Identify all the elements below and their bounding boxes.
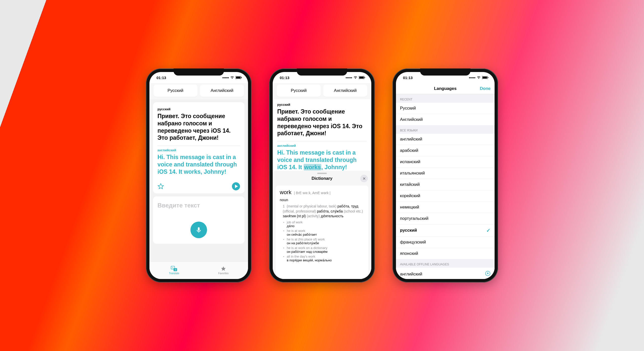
notch: [420, 68, 470, 76]
source-language-button[interactable]: Русский: [153, 85, 197, 97]
language-selector-bar: Русский Английский: [149, 83, 248, 99]
language-row[interactable]: Русский: [396, 103, 495, 114]
phone-mockup-3: 01:13 ••••• Languages Done RECENT Русски…: [392, 68, 498, 283]
microphone-button[interactable]: [190, 222, 207, 238]
status-time: 01:13: [403, 76, 413, 80]
offline-languages-list: английскийарабский: [396, 268, 495, 279]
download-icon[interactable]: [485, 271, 491, 277]
screen: 01:13 ••••• Русский Английский русский П…: [149, 72, 248, 279]
highlighted-word[interactable]: works: [304, 164, 321, 170]
wifi-icon: [230, 76, 234, 79]
example-item: he is at (his place of) workон на рабо́т…: [283, 237, 364, 245]
phone-mockup-1: 01:13 ••••• Русский Английский русский П…: [146, 68, 252, 283]
section-all-label: ВСЕ ЯЗЫКИ: [396, 125, 495, 134]
recent-languages-list: РусскийАнглийский: [396, 103, 495, 125]
language-row[interactable]: корейский: [396, 190, 495, 202]
sheet-grabber[interactable]: [317, 173, 327, 174]
languages-list-container[interactable]: RECENT РусскийАнглийский ВСЕ ЯЗЫКИ англи…: [396, 94, 495, 279]
svg-rect-1: [236, 77, 240, 79]
all-languages-list: английскийарабскийиспанскийитальянскийки…: [396, 134, 495, 259]
tab-favorites-label: Favorites: [218, 272, 228, 275]
language-row[interactable]: французский: [396, 237, 495, 248]
translate-icon: A文: [171, 266, 177, 271]
star-icon: [220, 266, 226, 271]
section-offline-label: AVAILABLE OFFLINE LANGUAGES: [396, 259, 495, 268]
phone-mockup-2: 01:13 ••••• Русский Английский русский П…: [269, 68, 375, 283]
close-icon[interactable]: ✕: [360, 175, 368, 182]
language-row[interactable]: Английский: [396, 114, 495, 125]
status-time: 01:13: [280, 76, 289, 80]
favorite-icon[interactable]: [157, 183, 164, 190]
translation-panel: русский Привет. Это сообщение набрано го…: [273, 99, 371, 171]
svg-rect-12: [482, 77, 487, 79]
screen: 01:13 ••••• Русский Английский русский П…: [273, 72, 371, 279]
battery-icon: [482, 76, 489, 79]
dictionary-body[interactable]: work | BrE wəːk, AmE wərk | noun 1 (ment…: [276, 186, 368, 279]
dictionary-header: Dictionary ✕: [273, 175, 371, 184]
svg-rect-13: [488, 77, 488, 78]
translated-text[interactable]: Hi. This message is cast in a voice and …: [157, 154, 240, 175]
source-language-button[interactable]: Русский: [277, 85, 321, 97]
example-item: all in the day's workв поря́дке веще́й, …: [283, 255, 364, 262]
example-item: job of workде́ло: [283, 220, 364, 228]
language-row[interactable]: китайский: [396, 179, 495, 190]
source-text[interactable]: Привет. Это сообщение набрано голосом и …: [277, 108, 367, 137]
language-row[interactable]: арабский: [396, 145, 495, 156]
signal-icon: •••••: [222, 76, 229, 80]
svg-text:文: 文: [175, 269, 177, 271]
battery-icon: [235, 76, 242, 79]
tab-translate-label: Translate: [169, 272, 179, 275]
notch: [174, 68, 224, 76]
translation-card: русский Привет. Это сообщение набрано го…: [153, 102, 245, 193]
language-row[interactable]: испанский: [396, 156, 495, 168]
language-row[interactable]: немецкий: [396, 202, 495, 213]
language-row[interactable]: итальянский: [396, 168, 495, 179]
status-icons: •••••: [222, 76, 242, 80]
tab-bar: A文 Translate Favorites: [149, 261, 248, 279]
source-language-label: русский: [157, 107, 240, 111]
dictionary-sheet: Dictionary ✕ work | BrE wəːk, AmE wərk |…: [273, 171, 371, 279]
notch: [297, 68, 347, 76]
language-row[interactable]: португальский: [396, 213, 495, 224]
svg-text:A: A: [172, 267, 174, 269]
screen: 01:13 ••••• Languages Done RECENT Русски…: [396, 72, 495, 279]
divider: [277, 141, 367, 141]
svg-rect-2: [241, 77, 242, 78]
target-language-button[interactable]: Английский: [323, 85, 367, 97]
source-language-label: русский: [277, 103, 367, 107]
translated-text[interactable]: Hi. This message is cast in a voice and …: [277, 149, 367, 171]
status-time: 01:13: [156, 76, 166, 80]
modal-header: Languages Done: [396, 83, 495, 94]
dictionary-title: Dictionary: [311, 176, 332, 181]
modal-title: Languages: [434, 86, 457, 91]
language-row[interactable]: японский: [396, 248, 495, 259]
input-card[interactable]: Введите текст: [153, 196, 245, 244]
target-language-label: английский: [157, 148, 240, 152]
status-icons: •••••: [346, 76, 365, 80]
card-actions: [157, 182, 240, 190]
example-item: he is at work on a dictionaryон рабо́тае…: [283, 246, 364, 254]
language-row[interactable]: английский: [396, 268, 495, 279]
content-area: русский Привет. Это сообщение набрано го…: [149, 99, 248, 261]
definition-examples: job of workде́лоhe is at workон сейча́с …: [280, 220, 364, 262]
divider: [157, 146, 240, 146]
svg-rect-10: [365, 77, 365, 78]
play-audio-icon[interactable]: [232, 182, 240, 190]
wifi-icon: [477, 76, 481, 79]
language-row[interactable]: русский✓: [396, 224, 495, 237]
source-text[interactable]: Привет. Это сообщение набрано голосом и …: [157, 113, 240, 142]
svg-rect-9: [359, 77, 364, 79]
tab-favorites[interactable]: Favorites: [199, 262, 248, 279]
done-button[interactable]: Done: [480, 86, 491, 91]
microphone-icon: [195, 226, 202, 233]
target-language-button[interactable]: Английский: [200, 85, 244, 97]
pronunciation: | BrE wəːk, AmE wərk |: [294, 191, 330, 195]
input-placeholder: Введите текст: [157, 202, 240, 209]
part-of-speech: noun: [280, 198, 364, 202]
target-language-label: английский: [277, 144, 367, 148]
example-item: he is at workон сейча́с рабо́тает: [283, 229, 364, 236]
tab-translate[interactable]: A文 Translate: [149, 262, 199, 279]
status-icons: •••••: [469, 76, 489, 80]
language-row[interactable]: английский: [396, 134, 495, 145]
signal-icon: •••••: [346, 76, 352, 80]
